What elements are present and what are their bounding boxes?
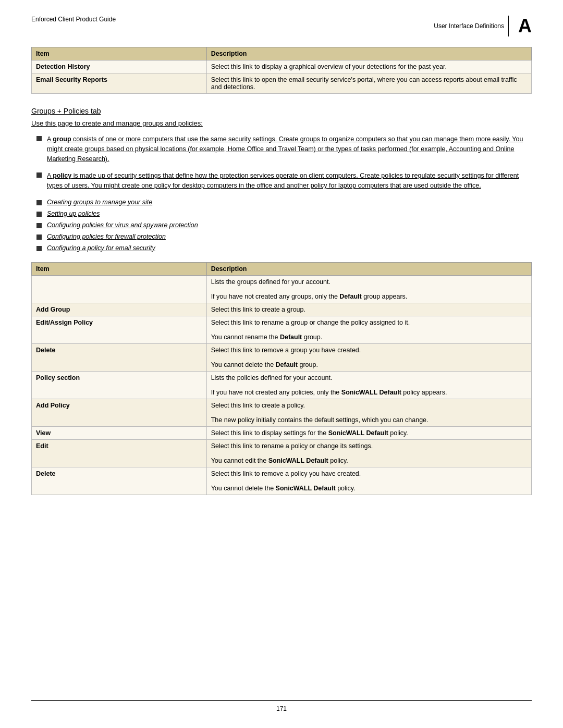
bullet-text: A group consists of one or more computer… [47,134,532,164]
bullet-item: A group consists of one or more computer… [31,134,532,164]
bottom-table-item: Add Group [32,303,207,316]
bottom-table-desc: Select this link to create a group. [206,303,531,316]
bottom-table-desc: Select this link to remove a group you h… [206,343,531,371]
section-subheading-text: Use this page to create and manage group… [31,119,203,127]
section-title: User Interface Definitions [434,22,504,30]
top-table: Item Description Detection HistorySelect… [31,47,532,94]
top-table-header-desc: Description [206,47,531,60]
table-row: Policy sectionLists the policies defined… [32,371,532,399]
header-left: Enforced Client Product Guide [31,16,116,23]
table-row: Lists the groups defined for your accoun… [32,275,532,303]
bottom-table-item [32,275,207,303]
link-text[interactable]: Setting up policies [47,210,100,217]
link-item[interactable]: Configuring policies for firewall protec… [31,233,532,240]
bottom-table-item: Policy section [32,371,207,399]
link-bullet-icon [36,246,42,251]
bottom-table-header-item: Item [32,262,207,275]
appendix-letter: A [518,17,532,35]
link-item[interactable]: Configuring a policy for email security [31,244,532,252]
bottom-table-item: View [32,426,207,439]
section-subheading: Use this page to create and manage group… [31,119,532,127]
table-row: Edit/Assign PolicySelect this link to re… [32,316,532,343]
header-right: User Interface Definitions A [434,16,532,36]
link-bullet-icon [36,235,42,240]
bottom-table-item: Delete [32,343,207,371]
table-row: Add PolicySelect this link to create a p… [32,399,532,426]
bottom-table-desc: Select this link to rename a policy or c… [206,439,531,467]
bullet-text: A policy is made up of security settings… [47,171,532,191]
link-bullet-icon [36,212,42,217]
bullet-item: A policy is made up of security settings… [31,171,532,191]
link-item[interactable]: Setting up policies [31,210,532,217]
bottom-table-desc: Select this link to remove a policy you … [206,467,531,495]
bullet-icon [36,136,42,141]
page-header: Enforced Client Product Guide User Inter… [31,16,532,36]
bottom-table-header-desc: Description [206,262,531,275]
page-number: 171 [276,705,287,712]
bullet-list: A group consists of one or more computer… [31,134,532,191]
link-item[interactable]: Creating groups to manage your site [31,199,532,206]
bottom-table-item: Edit [32,439,207,467]
bottom-table-item: Edit/Assign Policy [32,316,207,343]
link-bullet-icon [36,223,42,228]
link-text[interactable]: Configuring a policy for email security [47,244,155,252]
top-table-row-desc: Select this link to open the email secur… [206,73,531,94]
link-item[interactable]: Configuring policies for virus and spywa… [31,221,532,229]
section-heading-text: Groups + Policies tab [31,107,101,115]
bottom-table-desc: Lists the policies defined for your acco… [206,371,531,399]
table-row: Add GroupSelect this link to create a gr… [32,303,532,316]
link-text[interactable]: Creating groups to manage your site [47,199,152,206]
bottom-table-item: Add Policy [32,399,207,426]
bottom-table-item: Delete [32,467,207,495]
page-footer: 171 [31,700,532,712]
top-table-row-desc: Select this link to display a graphical … [206,60,531,73]
page-container: Enforced Client Product Guide User Inter… [0,0,563,728]
bullet-icon [36,172,42,178]
bottom-table-desc: Select this link to display settings for… [206,426,531,439]
top-table-row-item: Detection History [32,60,207,73]
bottom-table: Item Description Lists the groups define… [31,262,532,495]
section-heading: Groups + Policies tab [31,107,532,115]
table-row: DeleteSelect this link to remove a polic… [32,467,532,495]
table-row: ViewSelect this link to display settings… [32,426,532,439]
link-list: Creating groups to manage your siteSetti… [31,199,532,252]
bottom-table-desc: Lists the groups defined for your accoun… [206,275,531,303]
top-table-header-item: Item [32,47,207,60]
link-bullet-icon [36,200,42,205]
link-text[interactable]: Configuring policies for virus and spywa… [47,221,198,229]
top-table-row-item: Email Security Reports [32,73,207,94]
bottom-table-desc: Select this link to rename a group or ch… [206,316,531,343]
link-text[interactable]: Configuring policies for firewall protec… [47,233,166,240]
guide-title: Enforced Client Product Guide [31,16,116,23]
table-row: EditSelect this link to rename a policy … [32,439,532,467]
header-divider [508,16,509,36]
bottom-table-desc: Select this link to create a policy.The … [206,399,531,426]
table-row: DeleteSelect this link to remove a group… [32,343,532,371]
